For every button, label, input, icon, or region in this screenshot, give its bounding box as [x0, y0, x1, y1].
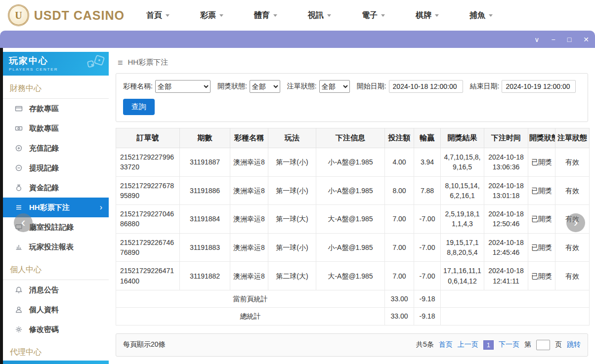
col-header-order-no: 訂單號 — [116, 128, 180, 148]
sidebar-item-label: 修改密碼 — [29, 325, 59, 334]
cell-lottery: 澳洲幸运8 — [230, 148, 268, 177]
search-button[interactable]: 查詢 — [123, 99, 155, 115]
sidebar-item-profile[interactable]: 個人資料 — [3, 300, 109, 320]
nav-item-home[interactable]: 首頁 — [146, 10, 170, 21]
sidebar-item-recharge-records[interactable]: 充值記錄 — [3, 138, 109, 158]
carousel-right-button[interactable]: › — [566, 213, 585, 232]
sidebar-item-label: 廳室投註記錄 — [29, 223, 74, 232]
sidebar-item-player-bet-report[interactable]: 玩家投注報表 — [3, 237, 109, 257]
jump-page-input[interactable] — [536, 340, 550, 350]
sidebar-item-fund-records[interactable]: 資金記錄 — [3, 178, 109, 198]
cell-order-status: 有效 — [555, 148, 590, 177]
section-personal-center: 個人中心 — [3, 257, 109, 280]
person-icon — [15, 306, 23, 314]
cell-win: -7.00 — [414, 262, 441, 290]
order-status-select[interactable]: 全部 — [319, 80, 350, 93]
cell-order-status: 有效 — [555, 233, 590, 262]
breadcrumb: ≡ HH彩票下注 — [116, 48, 588, 73]
page-size-info: 每頁顯示20條 — [123, 340, 166, 349]
cell-order-no: 2152172922674676890 — [116, 233, 180, 262]
first-page-link[interactable]: 首页 — [439, 340, 453, 349]
page-total-label: 當前頁統計 — [116, 290, 385, 307]
cell-lottery: 澳洲幸运8 — [230, 233, 268, 262]
menu-toggle-icon[interactable]: ≡ — [118, 58, 123, 67]
lottery-name-label: 彩種名稱: — [123, 82, 153, 91]
sidebar-item-label: 取款專區 — [29, 124, 59, 133]
cell-amount: 7.00 — [385, 262, 414, 290]
cell-bet-info: 小-A盤@1.985 — [316, 176, 385, 205]
sidebar-item-label: 充值記錄 — [29, 144, 59, 153]
nav-item-label: 捕魚 — [469, 10, 485, 21]
sidebar-item-withdrawal-records[interactable]: 提現記錄 — [3, 158, 109, 178]
sidebar-item-withdraw[interactable]: 取款專區 — [3, 119, 109, 138]
modal-titlebar: ∨ − □ ✕ — [0, 31, 595, 48]
carousel-left-button[interactable]: ‹ — [14, 213, 33, 232]
col-header-amount: 投注額 — [385, 128, 414, 148]
prev-page-link[interactable]: 上一页 — [458, 340, 478, 349]
cell-order-status: 有效 — [555, 176, 590, 205]
bets-table: 訂單號 期數 彩種名稱 玩法 下注信息 投注額 輸贏 開獎結果 下注时间 開獎狀… — [116, 128, 590, 325]
chevron-right-icon: › — [574, 216, 578, 229]
cell-order-no: 2152172922799633720 — [116, 148, 180, 177]
sidebar-item-deposit[interactable]: 存款專區 — [3, 99, 109, 119]
cell-period: 31191887 — [180, 148, 230, 177]
sidebar-item-label: 資金記錄 — [29, 183, 59, 193]
jump-button[interactable]: 跳转 — [567, 340, 581, 349]
end-date-input[interactable] — [502, 80, 576, 93]
collapse-icon[interactable]: ∨ — [534, 36, 539, 43]
col-header-period: 期數 — [180, 128, 230, 148]
coin-icon — [15, 164, 23, 172]
sidebar-item-label: 存款專區 — [29, 104, 59, 114]
cell-amount: 4.00 — [385, 148, 414, 177]
app-window: U USDT CASINO 首頁 彩票 體育 視訊 電子 棋牌 捕魚 ∨ − □… — [0, 0, 595, 364]
cell-period: 31191884 — [180, 205, 230, 234]
money-bag-icon — [15, 184, 23, 192]
cell-play: 第一球(小) — [268, 233, 316, 262]
close-icon[interactable]: ✕ — [583, 36, 589, 43]
lottery-name-select[interactable]: 全部 — [155, 80, 211, 93]
col-header-order-status: 注單狀態 — [555, 128, 590, 148]
cell-bet-info: 大-A盤@1.985 — [316, 205, 385, 234]
draw-status-select[interactable]: 全部 — [250, 80, 280, 93]
chevron-left-icon: ‹ — [21, 216, 26, 229]
sidebar-item-announcements[interactable]: 消息公告 — [3, 280, 109, 300]
filter-row: 彩種名稱: 全部 開獎狀態: 全部 注單狀態: 全 — [123, 80, 581, 93]
brand-logo[interactable]: U USDT CASINO — [0, 4, 125, 26]
nav-item-lottery[interactable]: 彩票 — [200, 10, 223, 21]
cell-order-no: 2152172922647116400 — [116, 262, 180, 290]
cell-result: 4,7,10,15,8,9,16,5 — [441, 148, 484, 177]
cell-period: 31191886 — [180, 176, 230, 205]
minimize-icon[interactable]: − — [552, 36, 555, 43]
nav-item-label: 彩票 — [200, 10, 216, 21]
cell-time: 2024-10-18 13:06:36 — [484, 148, 528, 177]
nav-item-fishing[interactable]: 捕魚 — [469, 10, 493, 21]
content-area: 玩家中心 PLAYERS CENTER 財務中心 存款專區 取款專區 充值記錄 … — [0, 48, 595, 364]
col-header-time: 下注时间 — [484, 128, 528, 148]
top-navbar: U USDT CASINO 首頁 彩票 體育 視訊 電子 棋牌 捕魚 — [0, 0, 595, 31]
brand-name: USDT CASINO — [34, 8, 125, 23]
cell-draw-status: 已開獎 — [528, 176, 555, 205]
table-row: 2152172922647116400 31191882 澳洲幸运8 第二球(大… — [116, 262, 590, 290]
chevron-down-icon — [219, 14, 223, 17]
cell-play: 第一球(大) — [268, 205, 316, 234]
current-page-indicator[interactable]: 1 — [483, 340, 494, 350]
next-page-link[interactable]: 下一页 — [499, 340, 519, 349]
player-center-header: 玩家中心 PLAYERS CENTER — [3, 52, 109, 76]
nav-item-cards[interactable]: 棋牌 — [416, 10, 439, 21]
list-icon — [15, 203, 23, 211]
nav-item-label: 體育 — [254, 10, 270, 21]
cell-order-no: 2152172922767895890 — [116, 176, 180, 205]
bell-icon — [15, 286, 23, 294]
nav-item-live[interactable]: 視訊 — [308, 10, 331, 21]
sidebar-item-change-password[interactable]: 修改密碼 — [3, 320, 109, 339]
chevron-right-icon: › — [100, 203, 102, 212]
cell-result: 17,1,16,11,10,6,14,12 — [441, 262, 484, 290]
start-date-input[interactable] — [389, 80, 463, 93]
nav-item-slots[interactable]: 電子 — [362, 10, 385, 21]
cell-amount: 7.00 — [385, 233, 414, 262]
jump-suffix-label: 页 — [555, 340, 562, 349]
jump-prefix-label: 第 — [524, 340, 531, 349]
nav-item-sports[interactable]: 體育 — [254, 10, 277, 21]
cell-time: 2024-10-18 12:41:11 — [484, 262, 528, 290]
maximize-icon[interactable]: □ — [567, 36, 571, 43]
